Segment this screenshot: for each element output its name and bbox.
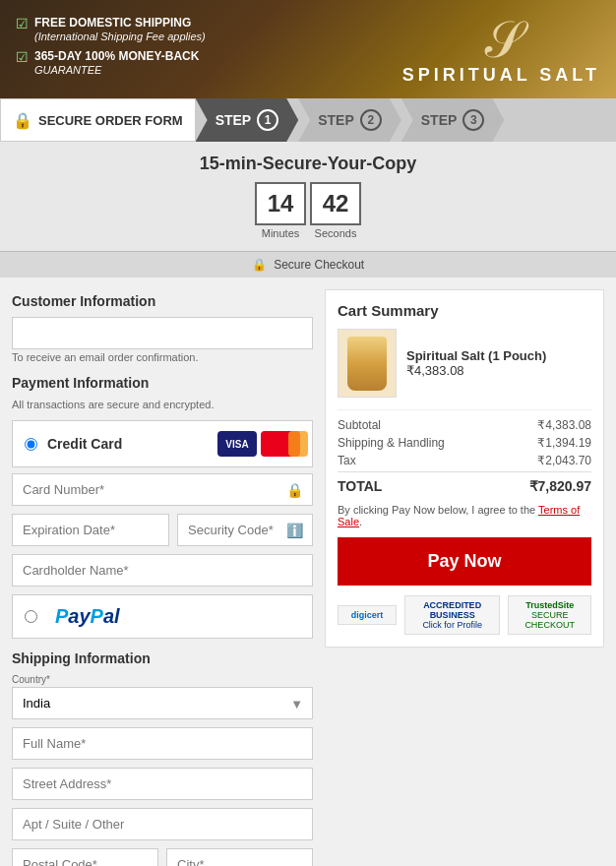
tax-label: Tax bbox=[338, 454, 356, 467]
lock-icon: 🔒 bbox=[13, 111, 32, 130]
header-benefits: ☑ FREE DOMESTIC SHIPPING (International … bbox=[16, 16, 206, 83]
header: ☑ FREE DOMESTIC SHIPPING (International … bbox=[0, 0, 616, 98]
secure-checkout-label: Secure Checkout bbox=[274, 258, 364, 272]
timer-minutes: 14 bbox=[268, 190, 294, 217]
credit-card-option[interactable]: Credit Card VISA bbox=[12, 420, 313, 467]
logo: 𝒮 SPIRITUAL SALT bbox=[402, 14, 600, 86]
shipping-label: Shipping & Handling bbox=[338, 436, 445, 450]
timer-title: 15-min-Secure-Your-Copy bbox=[12, 154, 604, 174]
step3-circle: 3 bbox=[462, 109, 484, 131]
check-icon-shipping: ☑ bbox=[16, 16, 29, 31]
product-image bbox=[338, 329, 397, 398]
timer-seconds-box: 42 bbox=[310, 182, 361, 225]
right-column: Cart Summary Spiritual Salt (1 Pouch) ₹4… bbox=[325, 289, 604, 866]
card-number-group: 🔒 bbox=[12, 473, 313, 506]
bbb-title: ACCREDITED BUSINESS bbox=[413, 600, 491, 620]
email-hint: To receive an email order confirmation. bbox=[12, 351, 313, 363]
product-name: Spiritual Salt (1 Pouch) bbox=[406, 348, 546, 363]
step-3: STEP 3 bbox=[401, 98, 505, 142]
subtotal-label: Subtotal bbox=[338, 418, 381, 432]
city-input[interactable] bbox=[166, 848, 313, 866]
fullname-field bbox=[12, 727, 313, 760]
shipping-section-title: Shipping Information bbox=[12, 650, 313, 666]
cardholder-input[interactable] bbox=[12, 554, 313, 587]
shipping-subtitle: (International Shipping Fee applies) bbox=[34, 31, 206, 42]
customer-section: Customer Information To receive an email… bbox=[12, 293, 313, 363]
seconds-label: Seconds bbox=[310, 227, 361, 239]
check-icon-guarantee: ☑ bbox=[16, 49, 29, 65]
product-info: Spiritual Salt (1 Pouch) ₹4,383.08 bbox=[406, 348, 546, 378]
paypal-option[interactable]: PayPal bbox=[12, 594, 313, 639]
step-1: STEP 1 bbox=[196, 98, 299, 142]
expiry-cvv-row: ℹ️ bbox=[12, 514, 313, 546]
postal-field bbox=[12, 848, 158, 866]
terms-after: . bbox=[359, 516, 362, 527]
trust-badges: digicert ACCREDITED BUSINESS Click for P… bbox=[338, 595, 591, 635]
street-input[interactable] bbox=[12, 768, 313, 800]
timer-minutes-box: 14 bbox=[255, 182, 306, 225]
city-field bbox=[166, 848, 313, 866]
shipping-line: Shipping & Handling ₹1,394.19 bbox=[338, 436, 591, 450]
logo-symbol: 𝒮 bbox=[402, 14, 600, 65]
salt-pouch-visual bbox=[347, 337, 387, 391]
payment-section-title: Payment Information bbox=[12, 375, 313, 391]
logo-text: SPIRITUAL SALT bbox=[402, 65, 600, 86]
paypal-radio[interactable] bbox=[25, 610, 37, 623]
bbb-badge: ACCREDITED BUSINESS Click for Profile bbox=[404, 595, 500, 635]
step2-circle: 2 bbox=[360, 109, 382, 131]
postal-city-row bbox=[12, 848, 313, 866]
step1-num: 1 bbox=[265, 113, 272, 127]
expiration-input[interactable] bbox=[12, 514, 169, 546]
subtotal-value: ₹4,383.08 bbox=[537, 418, 591, 432]
mastercard-icon bbox=[261, 431, 300, 457]
country-select[interactable]: India United States United Kingdom Canad… bbox=[12, 687, 313, 719]
cart-title: Cart Summary bbox=[338, 302, 591, 319]
apt-input[interactable] bbox=[12, 808, 313, 840]
product-price: ₹4,383.08 bbox=[406, 363, 546, 378]
terms-before: By clicking Pay Now below, I agree to th… bbox=[338, 504, 538, 516]
subtotal-line: Subtotal ₹4,383.08 bbox=[338, 418, 591, 432]
email-group: To receive an email order confirmation. bbox=[12, 317, 313, 363]
summary-lines: Subtotal ₹4,383.08 Shipping & Handling ₹… bbox=[338, 409, 591, 494]
step1-circle: 1 bbox=[257, 109, 278, 131]
street-field bbox=[12, 768, 313, 800]
bbb-sub: Click for Profile bbox=[413, 620, 491, 630]
step2-label: STEP bbox=[318, 112, 354, 128]
trusted-title: TrustedSite bbox=[517, 600, 583, 610]
cvv-wrapper: ℹ️ bbox=[177, 514, 313, 546]
pay-now-button[interactable]: Pay Now bbox=[338, 537, 591, 586]
country-label: Country* bbox=[12, 674, 313, 685]
guarantee-subtitle: GUARANTEE bbox=[34, 64, 101, 76]
card-number-input[interactable] bbox=[12, 473, 313, 506]
step3-num: 3 bbox=[470, 113, 477, 127]
secure-form-label: 🔒 SECURE ORDER FORM bbox=[0, 98, 196, 142]
steps-bar: 🔒 SECURE ORDER FORM STEP 1 STEP 2 STEP 3 bbox=[0, 98, 616, 142]
customer-section-title: Customer Information bbox=[12, 293, 313, 309]
digicert-badge: digicert bbox=[338, 605, 397, 625]
credit-card-radio[interactable] bbox=[25, 438, 37, 451]
shipping-title: FREE DOMESTIC SHIPPING bbox=[34, 16, 206, 30]
payment-section: Payment Information All transactions are… bbox=[12, 375, 313, 639]
card-icons: VISA bbox=[217, 431, 300, 457]
timer-section: 15-min-Secure-Your-Copy 14 42 Minutes Se… bbox=[0, 142, 616, 251]
trusted-badge: TrustedSite SECURE CHECKOUT bbox=[508, 595, 591, 635]
shipping-value: ₹1,394.19 bbox=[537, 436, 591, 450]
fullname-input[interactable] bbox=[12, 727, 313, 760]
minutes-label: Minutes bbox=[255, 227, 306, 239]
card-lock-icon: 🔒 bbox=[286, 482, 303, 498]
digicert-title: digicert bbox=[346, 610, 388, 620]
step-2: STEP 2 bbox=[298, 98, 401, 142]
payment-note: All transactions are secure and encrypte… bbox=[12, 399, 313, 410]
postal-input[interactable] bbox=[12, 848, 158, 866]
guarantee-title: 365-DAY 100% MONEY-BACK bbox=[34, 49, 199, 63]
step3-label: STEP bbox=[421, 112, 458, 128]
paypal-logo: PayPal bbox=[55, 605, 120, 628]
main-content: Customer Information To receive an email… bbox=[0, 278, 616, 866]
step2-num: 2 bbox=[367, 113, 374, 127]
checkout-lock-icon: 🔒 bbox=[252, 258, 267, 272]
country-field: Country* India United States United King… bbox=[12, 674, 313, 719]
timer-seconds: 42 bbox=[323, 190, 349, 217]
cvv-info-icon[interactable]: ℹ️ bbox=[286, 523, 303, 538]
email-input[interactable] bbox=[12, 317, 313, 349]
tax-value: ₹2,043.70 bbox=[537, 454, 591, 467]
